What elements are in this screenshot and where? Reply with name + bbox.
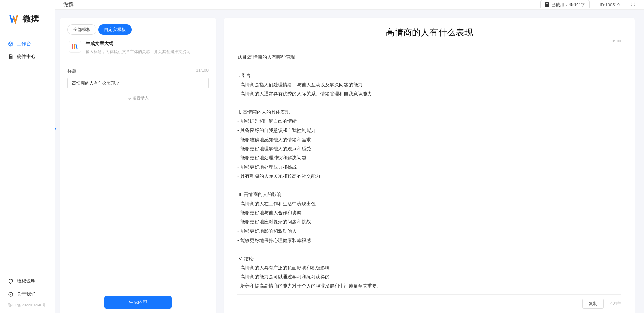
copy-label: 复制	[589, 301, 597, 306]
text-badge-icon: T	[545, 2, 549, 7]
sidebar-item-workspace[interactable]: 工作台	[0, 38, 55, 50]
output-panel: 高情商的人有什么表现 10/100 题目:高情商的人有哪些表现 I. 引言 - …	[224, 18, 635, 313]
voice-label: 语音录入	[133, 95, 149, 101]
mic-icon	[127, 96, 131, 100]
template-description: 输入标题，为你提供文章主体的灵感，并为其创建推文提纲	[86, 49, 190, 55]
svg-rect-3	[129, 97, 130, 99]
sidebar-item-copyright[interactable]: 版权说明	[0, 275, 55, 288]
template-tabs: 全部模板 自定义模板	[67, 24, 209, 35]
logo-text: 微撰	[23, 13, 39, 24]
logo-icon	[9, 13, 20, 24]
usage-counter[interactable]: T 已使用：45641字	[540, 0, 590, 9]
info-icon	[8, 292, 13, 297]
template-title: 生成文章大纲	[86, 41, 190, 47]
user-id: ID:100519	[600, 2, 620, 7]
generate-label: 生成内容	[129, 299, 147, 305]
title-input[interactable]	[67, 77, 209, 89]
tab-label: 自定义模板	[104, 27, 126, 32]
sidebar-nav: 工作台 稿件中心	[0, 34, 55, 66]
sidebar-collapse-handle[interactable]	[53, 125, 58, 132]
template-card: 生成文章大纲 输入标题，为你提供文章主体的灵感，并为其创建推文提纲	[67, 35, 209, 58]
char-counter: 11/100	[196, 68, 209, 74]
output-body[interactable]: 题目:高情商的人有哪些表现 I. 引言 - 高情商是指人们处理情绪、与他人互动以…	[237, 53, 621, 291]
doc-icon	[8, 54, 13, 59]
copy-button[interactable]: 复制	[582, 299, 604, 309]
word-count: 404字	[610, 301, 621, 306]
cube-icon	[8, 41, 13, 47]
template-panel: 全部模板 自定义模板 生成文章大纲 输入标题，为你提供文章主体的灵感，并为其创建…	[60, 18, 216, 313]
usage-label: 已使用：45641字	[551, 2, 585, 8]
sidebar-item-drafts[interactable]: 稿件中心	[0, 50, 55, 63]
divider	[237, 47, 621, 47]
sidebar-item-label: 关于我们	[17, 291, 36, 297]
sidebar: 微撰 工作台 稿件中心 版权说明 关于我们 鄂ICP备2022016946号	[0, 0, 55, 313]
power-icon[interactable]	[630, 1, 636, 8]
output-title-counter: 10/100	[610, 39, 621, 43]
sidebar-item-label: 稿件中心	[17, 54, 36, 60]
tab-all-templates[interactable]: 全部模板	[67, 24, 96, 35]
logo[interactable]: 微撰	[0, 0, 55, 34]
template-icon	[69, 41, 81, 53]
icp-label: 鄂ICP备2022016946号	[0, 301, 55, 310]
tab-label: 全部模板	[73, 27, 91, 32]
generate-button[interactable]: 生成内容	[104, 296, 172, 309]
output-title: 高情商的人有什么表现	[237, 27, 621, 38]
sidebar-item-label: 工作台	[17, 41, 31, 47]
sidebar-item-about[interactable]: 关于我们	[0, 288, 55, 301]
shield-icon	[8, 279, 13, 284]
tab-custom-templates[interactable]: 自定义模板	[98, 24, 132, 35]
topbar: 微撰 T 已使用：45641字 ID:100519	[55, 0, 644, 10]
page-title: 微撰	[63, 2, 74, 8]
sidebar-item-label: 版权说明	[17, 278, 36, 284]
field-label: 标题	[67, 68, 76, 74]
sidebar-bottom: 版权说明 关于我们 鄂ICP备2022016946号	[0, 275, 55, 313]
voice-input-button[interactable]: 语音录入	[67, 95, 209, 101]
